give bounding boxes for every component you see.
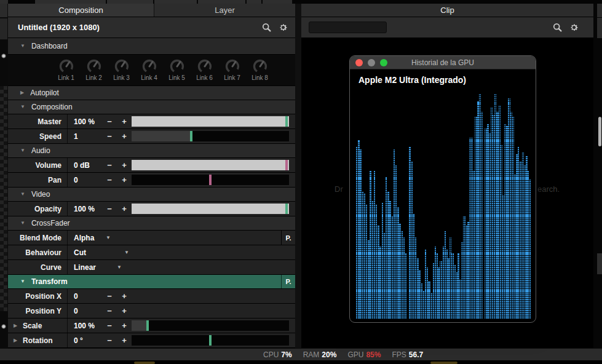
increment-button[interactable]: +: [117, 336, 132, 345]
search-icon[interactable]: [553, 23, 562, 32]
clip-hint-text-fragment: Dr: [335, 184, 343, 194]
scale-slider[interactable]: [132, 320, 289, 331]
decrement-button[interactable]: −: [102, 132, 117, 141]
gear-icon[interactable]: [569, 23, 579, 32]
pan-slider[interactable]: [132, 175, 289, 185]
slider-handle[interactable]: [285, 116, 288, 127]
chevron-down-icon[interactable]: ▼: [117, 264, 122, 270]
layer-mini-icon: [1, 324, 6, 329]
param-value[interactable]: 0: [68, 307, 102, 315]
rotation-slider[interactable]: [132, 335, 289, 346]
decrement-button[interactable]: −: [102, 117, 117, 126]
param-value[interactable]: 100 %: [68, 117, 102, 126]
volume-slider[interactable]: [132, 160, 289, 170]
gpu-window-titlebar[interactable]: Historial de la GPU: [350, 56, 536, 69]
behaviour-dropdown[interactable]: Cut: [68, 248, 124, 257]
expander-right-icon[interactable]: ▶: [14, 338, 17, 343]
dashboard-link-knob[interactable]: Link 6: [191, 55, 218, 81]
section-composition[interactable]: ▼ Composition: [8, 100, 295, 114]
dashboard-link-knob[interactable]: Link 5: [163, 55, 191, 81]
param-row-speed: Speed 1 − +: [8, 129, 295, 144]
param-value[interactable]: 0 dB: [68, 161, 102, 170]
decrement-button[interactable]: −: [102, 336, 117, 345]
knob-label: Link 2: [85, 74, 102, 81]
expander-down-icon: ▼: [20, 44, 25, 49]
tab-composition[interactable]: Composition: [8, 4, 154, 17]
param-value[interactable]: 0 °: [68, 336, 102, 345]
dashboard-link-knob[interactable]: Link 4: [135, 55, 163, 81]
gear-icon[interactable]: [279, 23, 288, 32]
clip-toolbar: [301, 17, 593, 38]
clip-name-input[interactable]: [309, 22, 387, 33]
slider-handle[interactable]: [285, 204, 288, 214]
curve-dropdown[interactable]: Linear: [68, 263, 117, 272]
decrement-button[interactable]: −: [102, 291, 117, 301]
section-video[interactable]: ▼ Video: [8, 188, 295, 202]
param-row-pan: Pan 0 − +: [8, 173, 295, 188]
slider-fill: [132, 160, 289, 170]
param-value[interactable]: 0: [68, 292, 102, 301]
increment-button[interactable]: +: [117, 291, 132, 301]
increment-button[interactable]: +: [117, 160, 132, 170]
slider-handle[interactable]: [209, 175, 212, 185]
dashboard-link-knob[interactable]: Link 7: [218, 55, 246, 81]
param-value[interactable]: 100 %: [68, 205, 102, 213]
scrollbar-thumb[interactable]: [598, 117, 601, 146]
increment-button[interactable]: +: [117, 132, 132, 141]
slider-fill: [132, 131, 191, 141]
dashboard-link-knob[interactable]: Link 3: [108, 55, 135, 81]
slider-handle[interactable]: [209, 335, 212, 346]
slider-fill: [132, 320, 148, 331]
increment-button[interactable]: +: [117, 204, 132, 213]
param-assign-button[interactable]: P.: [281, 231, 295, 245]
slider-fill: [132, 116, 289, 127]
section-autopilot[interactable]: ▶ Autopilot: [8, 86, 295, 100]
chevron-down-icon[interactable]: ▼: [124, 250, 129, 255]
section-transform[interactable]: ▼ Transform P.: [8, 275, 295, 289]
param-label: Position X: [8, 289, 68, 303]
expander-right-icon[interactable]: ▶: [14, 323, 17, 328]
param-value[interactable]: 100 %: [68, 322, 102, 330]
panel-tab-bar: Composition Layer: [8, 4, 295, 17]
tab-clip[interactable]: Clip: [301, 4, 593, 17]
slider-handle[interactable]: [190, 131, 192, 141]
dashboard-link-knob[interactable]: Link 2: [80, 55, 108, 81]
decrement-button[interactable]: −: [102, 175, 117, 184]
increment-button[interactable]: +: [117, 321, 132, 330]
increment-button[interactable]: +: [117, 175, 132, 184]
param-value[interactable]: 1: [68, 132, 102, 141]
section-label: Video: [31, 190, 50, 199]
master-slider[interactable]: [132, 116, 289, 127]
gpu-history-window[interactable]: Historial de la GPU Apple M2 Ultra (Inte…: [349, 55, 536, 323]
gpu-usage-bar: [529, 180, 531, 318]
decrement-button[interactable]: −: [102, 160, 117, 170]
section-crossfader[interactable]: ▼ CrossFader: [8, 216, 295, 231]
chevron-down-icon[interactable]: ▼: [106, 235, 111, 240]
gpu-status: GPU85%: [347, 350, 381, 359]
dashboard-link-knob[interactable]: Link 1: [52, 55, 80, 81]
slider-handle[interactable]: [285, 160, 288, 170]
section-audio[interactable]: ▼ Audio: [8, 144, 295, 158]
param-assign-button[interactable]: P.: [281, 275, 295, 288]
param-label: Master: [8, 114, 68, 129]
blend-mode-dropdown[interactable]: Alpha: [68, 234, 106, 242]
dashboard-header[interactable]: ▼ Dashboard: [8, 38, 295, 55]
dashboard-link-knob[interactable]: Link 8: [246, 55, 274, 81]
expander-right-icon: ▶: [20, 90, 24, 95]
tab-layer[interactable]: Layer: [154, 4, 295, 17]
decrement-button[interactable]: −: [102, 204, 117, 213]
increment-button[interactable]: +: [117, 117, 132, 126]
slider-handle[interactable]: [146, 320, 149, 331]
speed-slider[interactable]: [132, 131, 289, 141]
composition-toolbar: Untitled (1920 x 1080): [8, 17, 295, 38]
decrement-button[interactable]: −: [102, 321, 117, 330]
search-icon[interactable]: [262, 23, 271, 32]
left-edge-block: [0, 4, 7, 17]
right-edge-block: [597, 18, 602, 38]
param-value[interactable]: 0: [68, 176, 102, 184]
layer-mini-icon: [1, 53, 6, 58]
decrement-button[interactable]: −: [102, 306, 117, 315]
param-row-position-x: Position X 0 − +: [8, 289, 295, 304]
increment-button[interactable]: +: [117, 306, 132, 315]
opacity-slider[interactable]: [132, 204, 289, 214]
